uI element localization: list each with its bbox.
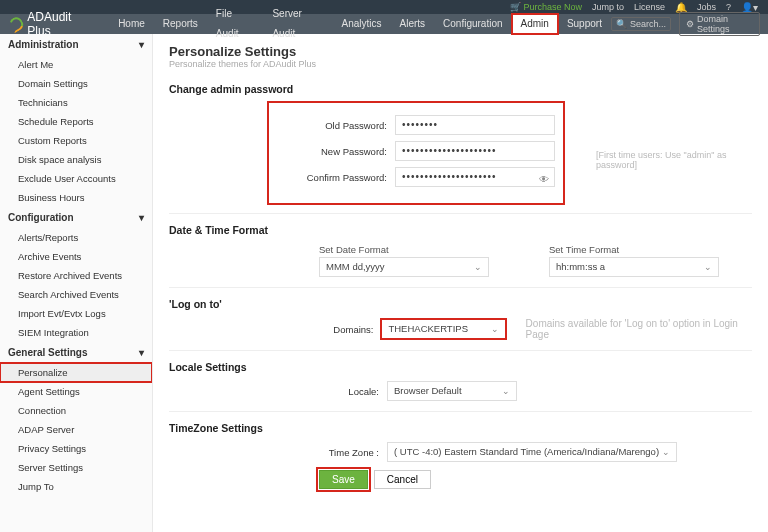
gear-icon: ⚙: [686, 19, 694, 29]
content-area: Personalize Settings Personalize themes …: [153, 34, 768, 532]
nav-admin[interactable]: Admin: [512, 14, 558, 34]
password-hint: [First time users: Use "admin" as passwo…: [596, 150, 768, 170]
cart-icon[interactable]: 🛒 Purchase Now: [510, 2, 582, 12]
sidebar-item-server-settings[interactable]: Server Settings: [0, 458, 152, 477]
page-title: Personalize Settings: [169, 44, 752, 59]
domains-hint: Domains available for 'Log on to' option…: [526, 318, 752, 340]
section-change-password: Change admin password: [169, 83, 752, 95]
old-password-label: Old Password:: [277, 120, 387, 131]
chevron-down-icon: ⌄: [502, 382, 510, 400]
domains-label: Domains:: [269, 324, 373, 335]
sidebar-item-domain-settings[interactable]: Domain Settings: [0, 74, 152, 93]
section-locale: Locale Settings: [169, 361, 752, 373]
sidebar-item-connection[interactable]: Connection: [0, 401, 152, 420]
confirm-password-label: Confirm Password:: [277, 172, 387, 183]
sidebar-item-business-hours[interactable]: Business Hours: [0, 188, 152, 207]
nav-reports[interactable]: Reports: [154, 14, 207, 34]
date-format-select[interactable]: MMM dd,yyyy⌄: [319, 257, 489, 277]
domain-settings-button[interactable]: ⚙Domain Settings: [679, 12, 760, 36]
sidebar-item-technicians[interactable]: Technicians: [0, 93, 152, 112]
sidebar-item-alerts-reports[interactable]: Alerts/Reports: [0, 228, 152, 247]
sidebar-item-personalize[interactable]: Personalize: [0, 363, 152, 382]
sidebar-item-alert-me[interactable]: Alert Me: [0, 55, 152, 74]
sidebar-item-custom-reports[interactable]: Custom Reports: [0, 131, 152, 150]
caret-down-icon: ▾: [139, 347, 144, 358]
date-format-label: Set Date Format: [319, 244, 489, 255]
sidebar-item-privacy[interactable]: Privacy Settings: [0, 439, 152, 458]
old-password-input[interactable]: ••••••••: [395, 115, 555, 135]
nav-configuration[interactable]: Configuration: [434, 14, 511, 34]
nav-support[interactable]: Support: [558, 14, 611, 34]
time-format-label: Set Time Format: [549, 244, 719, 255]
search-icon: 🔍: [616, 19, 627, 29]
time-format-select[interactable]: hh:mm:ss a⌄: [549, 257, 719, 277]
timezone-select[interactable]: ( UTC -4:0) Eastern Standard Time (Ameri…: [387, 442, 677, 462]
confirm-password-input[interactable]: •••••••••••••••••••••👁: [395, 167, 555, 187]
section-timezone: TimeZone Settings: [169, 422, 752, 434]
sidebar-item-restore-archived[interactable]: Restore Archived Events: [0, 266, 152, 285]
save-button[interactable]: Save: [319, 470, 368, 489]
chevron-down-icon: ⌄: [491, 320, 499, 338]
sidebar-item-agent-settings[interactable]: Agent Settings: [0, 382, 152, 401]
sidebar-item-search-archived[interactable]: Search Archived Events: [0, 285, 152, 304]
logo-icon: [7, 15, 26, 34]
nav-home[interactable]: Home: [109, 14, 154, 34]
chevron-down-icon: ⌄: [704, 258, 712, 276]
chevron-down-icon: ⌄: [474, 258, 482, 276]
jump-to-link[interactable]: Jump to: [592, 2, 624, 12]
nav-analytics[interactable]: Analytics: [332, 14, 390, 34]
eye-icon[interactable]: 👁: [539, 171, 550, 189]
sidebar-section-configuration[interactable]: Configuration▾: [0, 207, 152, 228]
caret-down-icon: ▾: [139, 39, 144, 50]
jobs-link[interactable]: Jobs: [697, 2, 716, 12]
sidebar-item-disk-space[interactable]: Disk space analysis: [0, 150, 152, 169]
sidebar-item-import-evt[interactable]: Import Evt/Evtx Logs: [0, 304, 152, 323]
sidebar-item-archive-events[interactable]: Archive Events: [0, 247, 152, 266]
main-nav: ADAudit Plus Home Reports File Audit Ser…: [0, 14, 768, 34]
sidebar-item-schedule-reports[interactable]: Schedule Reports: [0, 112, 152, 131]
locale-select[interactable]: Browser Default⌄: [387, 381, 517, 401]
sidebar-item-siem[interactable]: SIEM Integration: [0, 323, 152, 342]
password-block: Old Password: •••••••• New Password: •••…: [269, 103, 563, 203]
section-date-time: Date & Time Format: [169, 224, 752, 236]
caret-down-icon: ▾: [139, 212, 144, 223]
license-link[interactable]: License: [634, 2, 665, 12]
new-password-label: New Password:: [277, 146, 387, 157]
page-subtitle: Personalize themes for ADAudit Plus: [169, 59, 752, 69]
help-link[interactable]: ?: [726, 2, 731, 12]
sidebar: Administration▾ Alert Me Domain Settings…: [0, 34, 153, 532]
user-icon[interactable]: 👤▾: [741, 2, 758, 13]
nav-alerts[interactable]: Alerts: [390, 14, 434, 34]
timezone-label: Time Zone :: [269, 447, 379, 458]
sidebar-item-adap-server[interactable]: ADAP Server: [0, 420, 152, 439]
sidebar-item-jump-to[interactable]: Jump To: [0, 477, 152, 496]
locale-label: Locale:: [269, 386, 379, 397]
section-logon: 'Log on to': [169, 298, 752, 310]
sidebar-section-general[interactable]: General Settings▾: [0, 342, 152, 363]
search-input[interactable]: 🔍Search...: [611, 17, 671, 31]
cancel-button[interactable]: Cancel: [374, 470, 431, 489]
chevron-down-icon: ⌄: [662, 443, 670, 461]
domains-select[interactable]: THEHACKERTIPS⌄: [381, 319, 505, 339]
sidebar-section-administration[interactable]: Administration▾: [0, 34, 152, 55]
sidebar-item-exclude-users[interactable]: Exclude User Accounts: [0, 169, 152, 188]
new-password-input[interactable]: •••••••••••••••••••••: [395, 141, 555, 161]
bell-icon[interactable]: 🔔: [675, 2, 687, 13]
